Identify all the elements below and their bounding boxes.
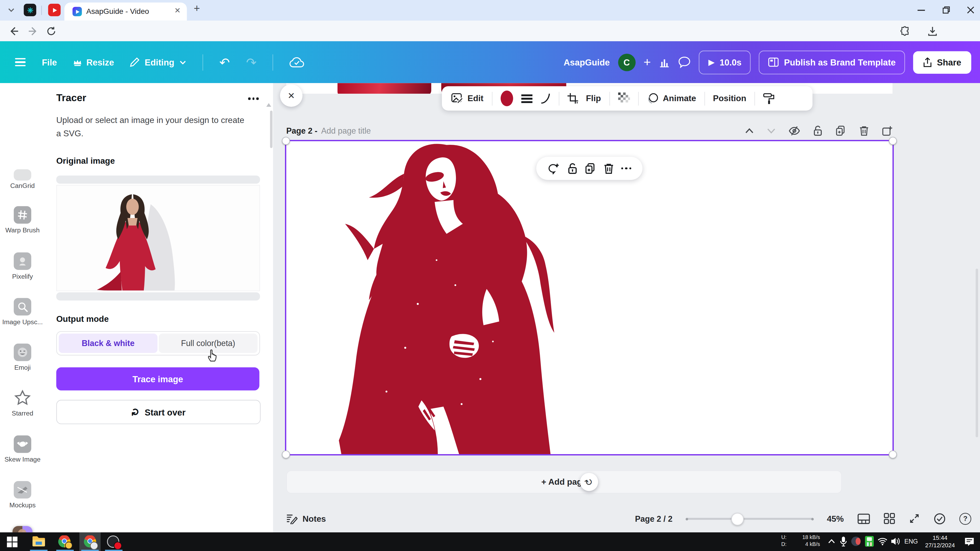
notes-button[interactable]: Notes — [286, 513, 326, 524]
comment-icon[interactable] — [547, 163, 560, 174]
tray-green-app-icon[interactable] — [865, 536, 874, 547]
duplicate-icon[interactable] — [585, 163, 596, 174]
invite-plus-icon[interactable]: + — [644, 55, 651, 70]
delete-icon[interactable] — [603, 163, 614, 174]
share-button[interactable]: Share — [913, 51, 971, 73]
add-page-button[interactable]: + Add page — [286, 470, 842, 494]
insights-chart-icon[interactable] — [659, 56, 670, 68]
animate-button[interactable]: Animate — [647, 92, 696, 104]
resize-handle-top-right[interactable] — [889, 137, 897, 145]
timeline-view-icon[interactable] — [858, 513, 870, 524]
delete-page-icon[interactable] — [859, 125, 869, 136]
page-2[interactable] — [286, 141, 892, 454]
sidebar-item-starred[interactable]: Starred — [0, 389, 45, 417]
move-page-up-icon[interactable] — [745, 128, 754, 133]
hide-page-icon[interactable] — [789, 126, 800, 135]
undo-icon[interactable]: ↶ — [220, 55, 230, 70]
crop-icon[interactable] — [567, 93, 578, 104]
traced-image[interactable] — [329, 141, 557, 454]
resize-handle-bottom-right[interactable] — [889, 450, 897, 459]
grid-view-icon[interactable] — [884, 513, 895, 524]
publish-brand-template-button[interactable]: Publish as Brand Template — [759, 50, 905, 74]
fullscreen-icon[interactable] — [908, 513, 920, 524]
sidebar-item-emoji[interactable]: Emoji — [0, 344, 45, 371]
sidebar-item-warp-brush[interactable]: Warp Brush — [0, 206, 45, 233]
page-slider[interactable] — [686, 513, 813, 524]
carousel-next-item[interactable] — [56, 292, 260, 300]
scroll-up-arrow-icon[interactable] — [266, 103, 271, 107]
sidebar-item-cangrid[interactable]: CanGrid — [0, 169, 45, 189]
download-icon[interactable] — [928, 26, 938, 37]
resize-menu[interactable]: Resize — [73, 57, 114, 67]
sidebar-item-pixelify[interactable]: Pixelify — [0, 252, 45, 280]
account-avatar[interactable]: C — [618, 54, 635, 71]
obs-button[interactable] — [107, 535, 119, 548]
panel-scrollbar[interactable] — [270, 110, 272, 148]
comments-icon[interactable] — [678, 56, 691, 68]
mode-black-white-option[interactable]: Black & white — [59, 333, 158, 353]
tray-app-icon[interactable] — [851, 537, 861, 546]
resize-handle-top-left[interactable] — [282, 137, 290, 145]
resize-handle-bottom-left[interactable] — [282, 450, 290, 459]
reload-icon[interactable] — [46, 26, 56, 37]
close-panel-button[interactable]: ✕ — [280, 84, 302, 107]
forward-icon[interactable] — [28, 26, 38, 37]
lock-icon[interactable] — [568, 163, 578, 174]
page-slider-thumb[interactable] — [731, 513, 744, 526]
duplicate-page-icon[interactable] — [836, 125, 846, 136]
sidebar-item-mockups[interactable]: Mockups — [0, 481, 45, 508]
chrome-profile2-button-active[interactable] — [80, 532, 101, 551]
window-restore-icon[interactable] — [942, 6, 950, 14]
page-title-placeholder[interactable]: Add page title — [321, 126, 371, 135]
file-explorer-icon[interactable] — [32, 536, 45, 547]
add-page-icon[interactable] — [882, 125, 892, 136]
saved-check-icon[interactable] — [934, 513, 946, 525]
panel-more-icon[interactable] — [248, 97, 259, 100]
window-close-icon[interactable] — [967, 6, 974, 14]
sidebar-item-image-upscaler[interactable]: Image Upsc... — [0, 298, 45, 325]
back-icon[interactable] — [9, 26, 19, 37]
fill-color-swatch[interactable] — [500, 91, 513, 106]
redo-icon[interactable]: ↷ — [246, 55, 256, 70]
carousel-prev-item[interactable] — [56, 175, 260, 184]
start-button-icon[interactable] — [7, 537, 18, 547]
stroke-weight-icon[interactable] — [521, 94, 532, 103]
clock[interactable]: 15:44 27/12/2024 — [922, 534, 958, 549]
edit-image-button[interactable]: Edit — [451, 93, 483, 104]
flip-button[interactable]: Flip — [586, 94, 601, 103]
sidebar-item-skew-image[interactable]: Skew Image — [0, 435, 45, 463]
volume-icon[interactable] — [891, 537, 900, 545]
chrome-profile1-button[interactable] — [58, 535, 71, 548]
start-over-button[interactable]: ↻ Start over — [56, 400, 261, 424]
line-style-icon[interactable] — [540, 93, 550, 104]
position-button[interactable]: Position — [713, 94, 746, 103]
editing-mode-dropdown[interactable]: Editing — [130, 57, 186, 67]
pinned-tab-icon[interactable] — [24, 4, 36, 16]
language-indicator[interactable]: ENG — [904, 538, 918, 545]
youtube-tab-icon[interactable] — [48, 4, 61, 16]
action-center-icon[interactable] — [964, 537, 974, 547]
home-menu-icon[interactable] — [15, 58, 25, 67]
active-tab[interactable]: AsapGuide - Video ✕ — [64, 2, 187, 21]
zoom-level[interactable]: 45% — [827, 514, 844, 523]
extensions-icon[interactable] — [900, 26, 910, 37]
tab-search-chevron-icon[interactable] — [8, 7, 15, 13]
trace-image-button[interactable]: Trace image — [56, 367, 259, 391]
workspace-name[interactable]: AsapGuide — [563, 57, 609, 67]
move-page-down-icon[interactable] — [767, 128, 776, 133]
original-image-thumbnail[interactable] — [56, 185, 260, 291]
new-tab-button[interactable]: + — [194, 2, 200, 15]
wifi-icon[interactable] — [877, 537, 888, 545]
transparency-icon[interactable] — [618, 92, 630, 104]
help-button[interactable]: ? — [959, 513, 972, 525]
microphone-icon[interactable] — [840, 537, 847, 547]
more-options-icon[interactable] — [621, 167, 632, 169]
window-minimize-icon[interactable] — [918, 9, 925, 11]
tray-expand-icon[interactable] — [828, 539, 835, 543]
present-duration-button[interactable]: ▶ 10.0s — [699, 50, 751, 74]
lock-page-icon[interactable] — [813, 125, 822, 136]
canvas-scrollbar[interactable] — [976, 268, 978, 437]
file-menu[interactable]: File — [42, 57, 57, 67]
copy-style-roller-icon[interactable] — [763, 92, 775, 104]
tab-close-icon[interactable]: ✕ — [174, 6, 181, 15]
